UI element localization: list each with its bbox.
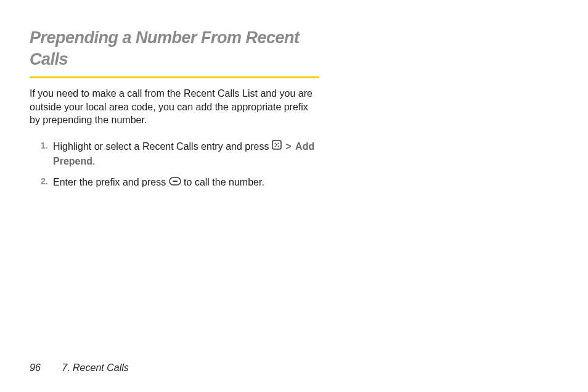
- step-number: 1.: [41, 139, 48, 152]
- step-1: 1. Highlight or select a Recent Calls en…: [41, 139, 319, 169]
- svg-point-3: [274, 146, 276, 147]
- svg-point-2: [277, 143, 279, 144]
- heading-rule: [30, 76, 319, 78]
- chapter-title: 7. Recent Calls: [62, 362, 129, 373]
- content-column: Prepending a Number From Recent Calls If…: [30, 27, 319, 190]
- options-key-icon: [272, 139, 282, 153]
- svg-point-4: [277, 146, 279, 147]
- svg-point-1: [274, 143, 276, 144]
- intro-paragraph: If you need to make a call from the Rece…: [30, 87, 319, 127]
- svg-rect-5: [276, 144, 277, 145]
- step-2: 2. Enter the prefix and press to call th…: [41, 175, 319, 190]
- step-text: Highlight or select a Recent Calls entry…: [53, 141, 272, 152]
- step-text: Enter the prefix and press: [53, 177, 169, 187]
- step-period: .: [92, 156, 95, 166]
- talk-key-icon: [169, 175, 181, 189]
- steps-list: 1. Highlight or select a Recent Calls en…: [30, 139, 319, 190]
- page-footer: 96 7. Recent Calls: [30, 362, 129, 374]
- page-heading: Prepending a Number From Recent Calls: [30, 27, 319, 70]
- breadcrumb-separator: >: [285, 141, 291, 152]
- page-number: 96: [30, 362, 41, 373]
- step-number: 2.: [41, 175, 48, 187]
- step-text: to call the number.: [184, 177, 264, 187]
- svg-rect-7: [173, 181, 178, 182]
